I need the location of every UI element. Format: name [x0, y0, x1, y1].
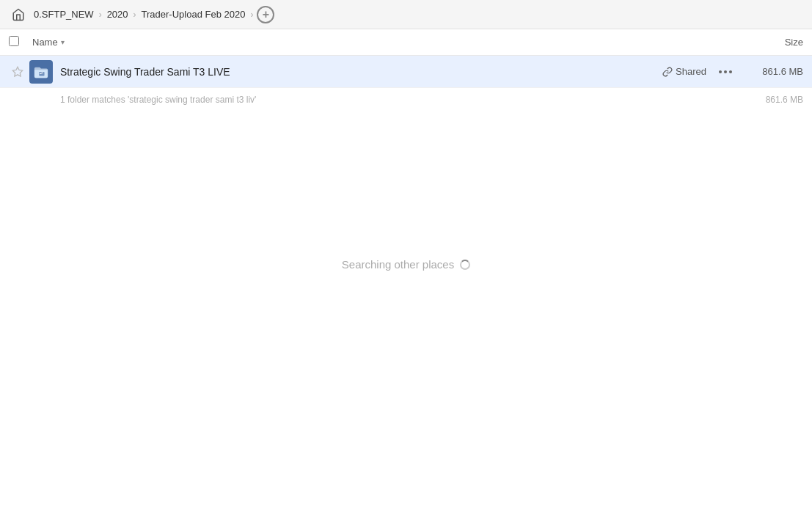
summary-size: 861.6 MB [745, 95, 803, 105]
name-column-label: Name [32, 37, 58, 48]
star-button[interactable] [9, 66, 26, 78]
add-button[interactable]: + [257, 6, 274, 23]
breadcrumb-separator-3: › [250, 10, 253, 20]
breadcrumb-sftp[interactable]: 0.SFTP_NEW [31, 7, 97, 21]
column-header: Name ▾ Size [0, 29, 812, 56]
folder-name: Strategic Swing Trader Sami T3 LIVE [60, 66, 662, 78]
home-icon [12, 8, 25, 21]
file-row[interactable]: Strategic Swing Trader Sami T3 LIVE Shar… [0, 56, 812, 88]
sort-icon: ▾ [61, 38, 65, 46]
folder-icon [29, 60, 53, 84]
searching-area: Searching other places [0, 258, 812, 271]
breadcrumb-separator-2: › [133, 10, 136, 20]
shared-label: Shared [676, 66, 706, 77]
select-all-checkbox[interactable] [9, 36, 19, 46]
file-size: 861.6 MB [745, 66, 803, 77]
breadcrumb: 0.SFTP_NEW › 2020 › Trader-Upload Feb 20… [31, 7, 254, 21]
folder-svg [33, 65, 49, 79]
breadcrumb-2020[interactable]: 2020 [104, 7, 131, 21]
link-icon [662, 67, 673, 77]
star-icon [12, 66, 23, 78]
svg-point-3 [719, 70, 722, 73]
more-options-button[interactable] [715, 62, 736, 82]
home-button[interactable] [9, 7, 28, 23]
svg-marker-0 [12, 67, 22, 76]
svg-point-5 [729, 70, 732, 73]
breadcrumb-separator-1: › [99, 10, 102, 20]
searching-text: Searching other places [342, 258, 454, 271]
more-icon [719, 70, 732, 73]
loading-spinner [460, 260, 470, 270]
name-column-header[interactable]: Name ▾ [32, 37, 745, 48]
summary-row: 1 folder matches 'strategic swing trader… [0, 88, 812, 111]
select-all-checkbox-container[interactable] [9, 36, 26, 48]
size-column-header: Size [745, 37, 803, 48]
svg-point-4 [724, 70, 727, 73]
breadcrumb-trader-upload[interactable]: Trader-Upload Feb 2020 [139, 7, 249, 21]
toolbar: 0.SFTP_NEW › 2020 › Trader-Upload Feb 20… [0, 0, 812, 29]
shared-badge: Shared [662, 66, 706, 77]
summary-text: 1 folder matches 'strategic swing trader… [9, 95, 745, 105]
